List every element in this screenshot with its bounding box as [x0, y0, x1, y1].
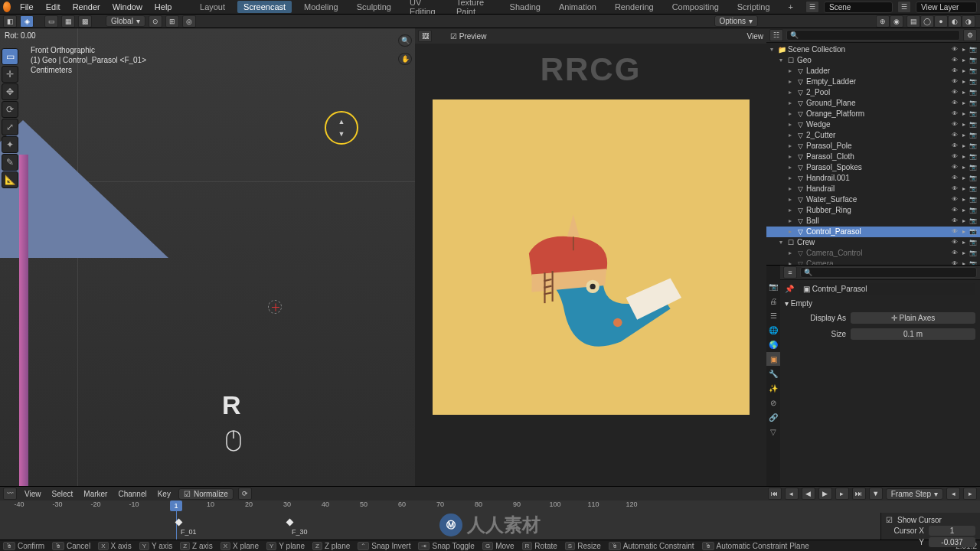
tool-rotate[interactable]: ⟳: [2, 101, 18, 118]
pan-icon[interactable]: ✋: [398, 53, 412, 65]
outliner-row[interactable]: ▸▽Ground_Plane👁▸📷: [766, 98, 980, 109]
tool-scale[interactable]: ⤢: [2, 119, 18, 135]
keyframe[interactable]: [286, 519, 294, 527]
tl-menu-key[interactable]: Key: [155, 490, 174, 498]
normalize-update-icon[interactable]: ⟳: [238, 487, 252, 500]
size-field[interactable]: 0.1 m: [851, 328, 975, 340]
outliner-row[interactable]: ▸▽Camera👁▸📷: [766, 259, 980, 265]
outliner-row[interactable]: ▸▽Control_Parasol👁▸📷: [766, 227, 980, 237]
outliner-row[interactable]: ▸▽Orange_Platform👁▸📷: [766, 109, 980, 119]
play-nextkey-icon[interactable]: ▸: [835, 487, 849, 500]
shading-rendered-icon[interactable]: ◑: [962, 15, 975, 28]
tl-chevron-left-icon[interactable]: ◂: [946, 487, 960, 500]
play-jumpend-icon[interactable]: ⏭: [852, 487, 866, 500]
shading-matpreview-icon[interactable]: ◐: [948, 15, 962, 28]
outliner-row[interactable]: ▾📁Scene Collection👁▸📷: [766, 44, 980, 55]
properties-search[interactable]: 🔍: [800, 267, 977, 278]
viewlayer-browse-icon[interactable]: ☰: [897, 1, 911, 13]
outliner-row[interactable]: ▸▽Handrail👁▸📷: [766, 184, 980, 194]
shading-solid-icon[interactable]: ●: [934, 15, 948, 28]
shading-wire-icon[interactable]: ◯: [920, 15, 934, 28]
ptab-particles[interactable]: ✨: [766, 381, 780, 395]
zoom-icon[interactable]: 🔍: [398, 34, 412, 47]
outliner-row[interactable]: ▸▽Wedge👁▸📷: [766, 119, 980, 130]
workspace-tab-modeling[interactable]: Modeling: [298, 1, 345, 13]
overlay-toggle-icon[interactable]: ◉: [890, 15, 903, 28]
outliner-row[interactable]: ▸▽2_Cutter👁▸📷: [766, 130, 980, 141]
outliner-row[interactable]: ▸▽Water_Surface👁▸📷: [766, 194, 980, 205]
ptab-output[interactable]: 🖨: [766, 294, 780, 308]
outliner-filter-icon[interactable]: ⚙: [963, 29, 977, 41]
object-mode-icon[interactable]: ◈: [20, 15, 34, 28]
image-editor-type-icon[interactable]: 🖼: [418, 30, 432, 42]
workspace-tab-compositing[interactable]: Compositing: [666, 1, 725, 13]
snap-icon[interactable]: ⊞: [165, 15, 179, 28]
pivot-icon[interactable]: ⊙: [149, 15, 162, 28]
menu-render[interactable]: Render: [70, 1, 103, 13]
display-as-select[interactable]: ✛ Plain Axes: [851, 312, 975, 324]
tl-chevron-right-icon[interactable]: ▸: [963, 487, 977, 500]
outliner-row[interactable]: ▸▽Rubber_Ring👁▸📷: [766, 205, 980, 216]
tool-transform[interactable]: ✦: [2, 136, 18, 153]
outliner-row[interactable]: ▸▽Empty_Ladder👁▸📷: [766, 77, 980, 87]
tl-menu-select[interactable]: Select: [49, 490, 77, 498]
frame-step-select[interactable]: Frame Step ▾: [886, 488, 943, 500]
outliner-row[interactable]: ▾☐Geo👁▸📷: [766, 55, 980, 66]
scene-name-field[interactable]: Scene: [824, 2, 893, 13]
workspace-tab-shading[interactable]: Shading: [504, 1, 547, 13]
menu-window[interactable]: Window: [109, 1, 145, 13]
workspace-tab-scripting[interactable]: Scripting: [731, 1, 776, 13]
ptab-render[interactable]: 📷: [766, 279, 780, 293]
workspace-tab-layout[interactable]: Layout: [194, 1, 231, 13]
outliner-row[interactable]: ▾☐Crew👁▸📷: [766, 237, 980, 248]
outliner-search[interactable]: 🔍: [786, 30, 960, 41]
select-mode-1[interactable]: ▭: [44, 15, 58, 28]
outliner-row[interactable]: ▸▽Parasol_Pole👁▸📷: [766, 141, 980, 152]
scene-browse-icon[interactable]: ☰: [805, 1, 819, 13]
options-dropdown[interactable]: Options ▾: [714, 15, 758, 27]
ptab-constraints[interactable]: 🔗: [766, 410, 780, 424]
pin-icon[interactable]: 📌: [785, 285, 794, 293]
properties-type-icon[interactable]: ≡: [783, 266, 797, 279]
outliner-type-icon[interactable]: ☷: [769, 29, 783, 41]
ptab-data[interactable]: ▽: [766, 425, 780, 439]
image-preview-toggle[interactable]: ☑ Preview: [450, 32, 486, 41]
ptab-modifiers[interactable]: 🔧: [766, 367, 780, 380]
tl-menu-view[interactable]: View: [21, 490, 44, 498]
cursor-y-field[interactable]: -0.037: [929, 537, 975, 547]
outliner-row[interactable]: ▸▽Parasol_Spokes👁▸📷: [766, 162, 980, 173]
menu-edit[interactable]: Edit: [43, 1, 64, 13]
play-forward-icon[interactable]: ▶: [818, 487, 832, 500]
xray-icon[interactable]: ▤: [906, 15, 920, 28]
outliner-row[interactable]: ▸▽Ladder👁▸📷: [766, 66, 980, 77]
normalize-toggle[interactable]: ☑ Normalize: [178, 488, 234, 500]
ptab-scene[interactable]: 🌐: [766, 323, 780, 337]
outliner-row[interactable]: ▸▽Camera_Control👁▸📷: [766, 248, 980, 259]
workspace-add[interactable]: +: [782, 1, 799, 13]
editor-type-icon[interactable]: ◧: [3, 15, 17, 28]
3d-viewport[interactable]: Rot: 0.00 ▭ ✛ ✥ ⟳ ⤢ ✦ ✎ 📐 Front Orthogra…: [0, 28, 415, 486]
ptab-viewlayer[interactable]: ☰: [766, 308, 780, 322]
proportional-edit-icon[interactable]: ◎: [182, 15, 196, 28]
tl-menu-channel[interactable]: Channel: [115, 490, 149, 498]
tool-annotate[interactable]: ✎: [2, 154, 18, 171]
tl-menu-marker[interactable]: Marker: [80, 490, 110, 498]
menu-file[interactable]: File: [17, 1, 37, 13]
workspace-tab-screencast[interactable]: Screencast: [237, 1, 292, 13]
timeline-track[interactable]: ☑Show Cursor Cursor X1 Y-0.037 -40-30-20…: [0, 500, 980, 540]
object-name-breadcrumb[interactable]: ▣ Control_Parasol: [799, 283, 975, 295]
outliner-row[interactable]: ▸▽2_Pool👁▸📷: [766, 87, 980, 98]
filter-icon[interactable]: ▼: [869, 487, 883, 500]
outliner-row[interactable]: ▸▽Parasol_Cloth👁▸📷: [766, 152, 980, 162]
orientation-select[interactable]: Global ▾: [106, 15, 145, 27]
select-mode-3[interactable]: ▩: [78, 15, 92, 28]
show-cursor-label[interactable]: Show Cursor: [897, 516, 942, 524]
tool-cursor[interactable]: ✛: [2, 66, 18, 83]
timeline-type-icon[interactable]: 〰: [3, 487, 17, 500]
ptab-world[interactable]: 🌎: [766, 337, 780, 351]
viewlayer-name-field[interactable]: View Layer: [916, 2, 977, 13]
play-jumpstart-icon[interactable]: ⏮: [768, 487, 782, 500]
outliner-tree[interactable]: ▾📁Scene Collection👁▸📷▾☐Geo👁▸📷▸▽Ladder👁▸📷…: [766, 43, 980, 265]
tool-measure[interactable]: 📐: [2, 171, 18, 188]
play-prevkey-icon[interactable]: ◂: [785, 487, 799, 500]
